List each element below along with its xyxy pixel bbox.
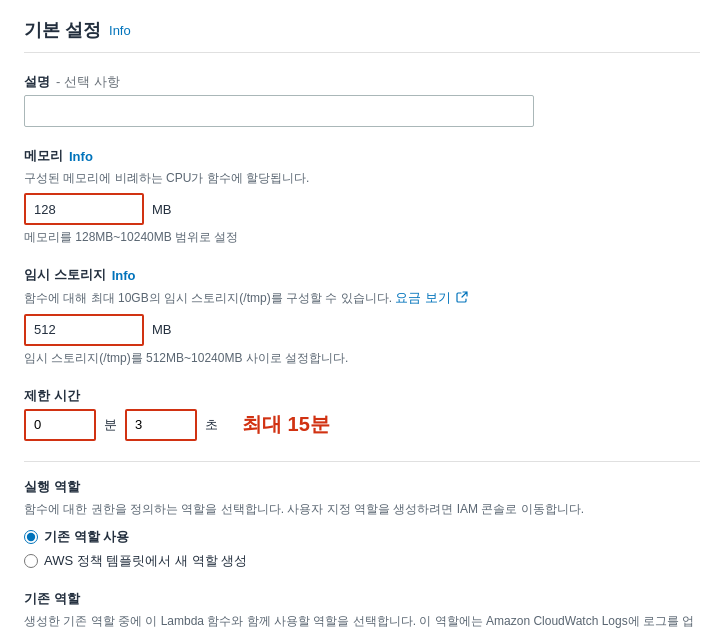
existing-role-desc: 생성한 기존 역할 중에 이 Lambda 함수와 함께 사용할 역할을 선택합… <box>24 612 700 635</box>
radio-existing-label: 기존 역할 사용 <box>44 528 129 546</box>
timeout-row: 분 초 최대 15분 <box>24 409 700 441</box>
section-header: 기본 설정 Info <box>24 18 700 53</box>
storage-pricing-link[interactable]: 요금 보기 <box>395 290 451 305</box>
description-group: 설명 - 선택 사항 <box>24 73 700 127</box>
section-title: 기본 설정 <box>24 18 101 42</box>
timeout-section: 제한 시간 분 초 최대 15분 <box>24 387 700 441</box>
timeout-label: 제한 시간 <box>24 387 700 405</box>
storage-info-link[interactable]: Info <box>112 268 136 283</box>
execution-role-label: 실행 역할 <box>24 478 700 496</box>
seconds-box: 초 <box>125 409 226 441</box>
storage-hint: 임시 스토리지(/tmp)를 512MB~10240MB 사이로 설정합니다. <box>24 350 700 367</box>
minutes-input[interactable] <box>24 409 96 441</box>
execution-role-section: 실행 역할 함수에 대한 권한을 정의하는 역할을 선택합니다. 사용자 지정 … <box>24 478 700 570</box>
memory-input[interactable] <box>24 193 144 225</box>
existing-role-label: 기존 역할 <box>24 590 700 608</box>
radio-new-role[interactable]: AWS 정책 템플릿에서 새 역할 생성 <box>24 552 700 570</box>
memory-group: 메모리 Info 구성된 메모리에 비례하는 CPU가 함수에 할당됩니다. M… <box>24 147 700 246</box>
radio-new-input[interactable] <box>24 554 38 568</box>
storage-desc: 함수에 대해 최대 10GB의 임시 스토리지(/tmp)를 구성할 수 있습니… <box>24 288 700 308</box>
memory-label: 메모리 Info <box>24 147 700 165</box>
section-info-link[interactable]: Info <box>109 23 131 38</box>
seconds-input[interactable] <box>125 409 197 441</box>
description-input[interactable] <box>24 95 534 127</box>
execution-role-radio-group: 기존 역할 사용 AWS 정책 템플릿에서 새 역할 생성 <box>24 528 700 570</box>
memory-hint: 메모리를 128MB~10240MB 범위로 설정 <box>24 229 700 246</box>
max-timeout-label: 최대 15분 <box>242 411 330 438</box>
storage-label: 임시 스토리지 Info <box>24 266 700 284</box>
radio-new-label: AWS 정책 템플릿에서 새 역할 생성 <box>44 552 247 570</box>
storage-input[interactable] <box>24 314 144 346</box>
storage-unit: MB <box>152 322 172 337</box>
seconds-unit: 초 <box>201 416 226 434</box>
description-label: 설명 - 선택 사항 <box>24 73 700 91</box>
storage-row: MB <box>24 314 700 346</box>
execution-role-desc: 함수에 대한 권한을 정의하는 역할을 선택합니다. 사용자 지정 역할을 생성… <box>24 500 700 518</box>
existing-role-section: 기존 역할 생성한 기존 역할 중에 이 Lambda 함수와 함께 사용할 역… <box>24 590 700 635</box>
radio-existing-input[interactable] <box>24 530 38 544</box>
memory-unit: MB <box>152 202 172 217</box>
memory-desc: 구성된 메모리에 비례하는 CPU가 함수에 할당됩니다. <box>24 169 700 187</box>
memory-info-link[interactable]: Info <box>69 149 93 164</box>
divider <box>24 461 700 462</box>
storage-group: 임시 스토리지 Info 함수에 대해 최대 10GB의 임시 스토리지(/tm… <box>24 266 700 367</box>
external-link-icon <box>456 291 468 303</box>
memory-row: MB <box>24 193 700 225</box>
radio-existing-role[interactable]: 기존 역할 사용 <box>24 528 700 546</box>
page-container: 기본 설정 Info 설명 - 선택 사항 메모리 Info 구성된 메모리에 … <box>0 0 724 635</box>
minutes-box: 분 <box>24 409 125 441</box>
minutes-unit: 분 <box>100 416 125 434</box>
